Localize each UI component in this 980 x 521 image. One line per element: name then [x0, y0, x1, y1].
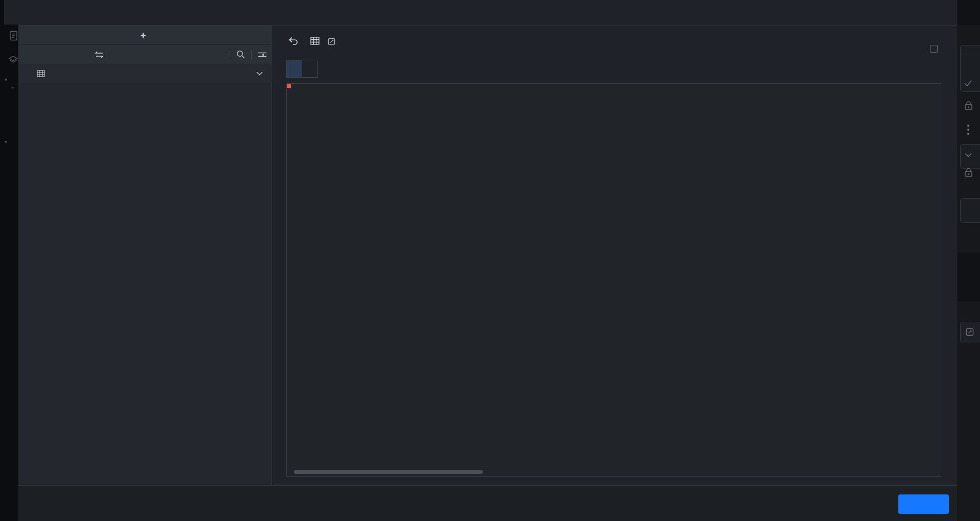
background-panel-fragment	[958, 0, 980, 26]
layers-icon[interactable]	[8, 55, 18, 64]
dialog-titlebar	[18, 0, 958, 26]
edit-icon[interactable]	[328, 38, 335, 45]
background-left-rail: ▾ ▸ ▾	[0, 0, 18, 521]
table-icon	[37, 70, 45, 77]
caret-right-icon[interactable]: ▸	[12, 85, 14, 90]
caret-down-icon[interactable]: ▾	[5, 139, 7, 145]
lock-icon[interactable]	[964, 101, 973, 110]
background-panel-fragment	[958, 253, 980, 301]
checkmark-icon	[964, 80, 972, 87]
highlight-rectangle	[287, 84, 291, 88]
background-right-strip	[958, 0, 980, 521]
collapse-list-icon[interactable]	[256, 51, 269, 58]
search-icon[interactable]	[234, 50, 247, 59]
horizontal-scrollbar[interactable]	[294, 470, 483, 474]
preview-tabbar	[286, 60, 331, 78]
plus-icon: +	[140, 30, 146, 41]
back-button[interactable]	[286, 34, 300, 48]
connect-data-dialog: +	[18, 0, 958, 521]
separator	[230, 50, 230, 59]
tab-data-detail[interactable]	[287, 60, 302, 77]
data-group-header[interactable]	[18, 64, 272, 83]
carousel-checkbox[interactable]	[930, 45, 942, 53]
chevron-down-icon	[965, 153, 972, 157]
background-dropdown[interactable]	[960, 144, 980, 169]
dialog-footer	[18, 485, 958, 521]
separator	[305, 36, 305, 45]
chevron-down-icon	[256, 72, 263, 76]
add-new-data-button[interactable]: +	[18, 26, 272, 44]
replace-data-source-button[interactable]	[18, 45, 272, 64]
edit-icon	[966, 328, 974, 336]
confirm-button[interactable]	[898, 494, 949, 514]
background-edit-button[interactable]	[960, 322, 980, 343]
swap-icon	[95, 51, 104, 58]
background-panel-fragment	[960, 198, 980, 223]
preview-header	[286, 32, 335, 50]
kebab-menu-icon[interactable]	[967, 123, 969, 137]
tab-data-structure[interactable]	[302, 60, 317, 77]
checkbox-icon	[930, 45, 938, 53]
data-sidebar: +	[18, 26, 272, 485]
data-preview-table	[286, 83, 941, 477]
background-panel-fragment	[4, 0, 18, 25]
caret-down-icon[interactable]: ▾	[5, 77, 7, 82]
separator	[251, 50, 252, 59]
document-icon[interactable]	[9, 31, 18, 41]
lock-icon[interactable]	[964, 168, 973, 177]
table-icon	[310, 37, 320, 45]
